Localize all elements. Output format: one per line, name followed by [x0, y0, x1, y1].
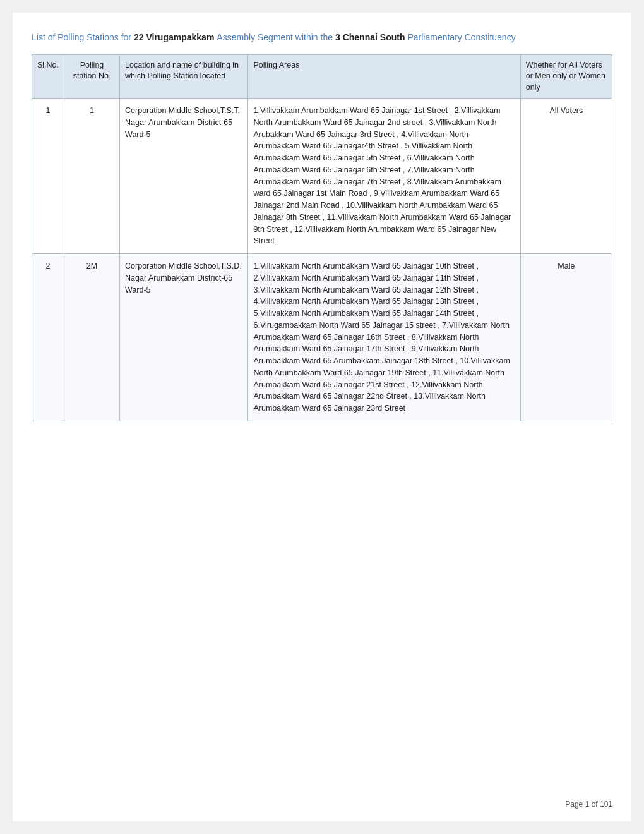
title-row: List of Polling Stations for 22 Virugamp… — [32, 32, 612, 44]
page-info: Page 1 of 101 — [565, 800, 612, 809]
page-footer: Page 1 of 101 — [565, 800, 612, 809]
cell-areas-2: 1.Villivakkam North Arumbakkam Ward 65 J… — [248, 254, 520, 421]
cell-psno-1: 1 — [64, 99, 120, 254]
cell-voters-2: Male — [520, 254, 612, 421]
list-label: List of Polling Stations for — [32, 32, 131, 44]
cell-slno-2: 2 — [32, 254, 64, 421]
cell-psno-2: 2M — [64, 254, 120, 421]
col-header-voters: Whether for All Voters or Men only or Wo… — [520, 54, 612, 99]
table-row: 2 2M Corporation Middle School,T.S.D. Na… — [32, 254, 612, 421]
cell-location-1: Corporation Middle School,T.S.T. Nagar A… — [120, 99, 248, 254]
parliamentary: Parliamentary Constituency — [407, 32, 515, 44]
constituency: 3 Chennai South — [335, 32, 405, 44]
col-header-location: Location and name of building in which P… — [120, 54, 248, 99]
assembly-label: Assembly Segment within the — [217, 32, 333, 44]
page-container: List of Polling Stations for 22 Virugamp… — [13, 13, 631, 821]
cell-slno-1: 1 — [32, 99, 64, 254]
segment-number: 22 Virugampakkam — [134, 32, 214, 44]
col-header-slno: Sl.No. — [32, 54, 64, 99]
table-row: 1 1 Corporation Middle School,T.S.T. Nag… — [32, 99, 612, 254]
col-header-psno: Polling station No. — [64, 54, 120, 99]
cell-location-2: Corporation Middle School,T.S.D. Nagar A… — [120, 254, 248, 421]
cell-areas-1: 1.Villivakkam Arumbakkam Ward 65 Jainaga… — [248, 99, 520, 254]
page-header: List of Polling Stations for 22 Virugamp… — [32, 32, 612, 44]
polling-stations-table: Sl.No. Polling station No. Location and … — [32, 54, 612, 421]
cell-voters-1: All Voters — [520, 99, 612, 254]
col-header-areas: Polling Areas — [248, 54, 520, 99]
